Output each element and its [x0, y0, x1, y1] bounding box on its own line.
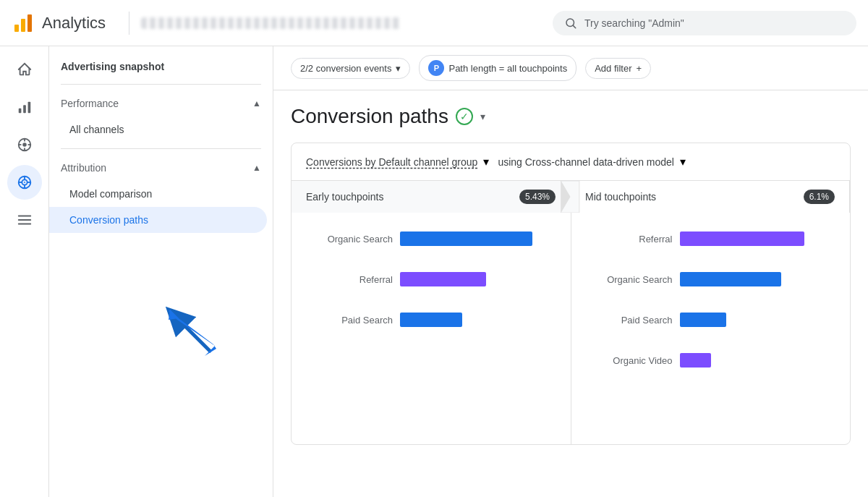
bar-row-paid-search-left: Paid Search [292, 308, 571, 331]
page-title-dropdown-icon[interactable]: ▾ [480, 111, 485, 122]
svg-rect-0 [14, 25, 19, 32]
content-area: 2/2 conversion events ▾ P Path length = … [273, 46, 868, 497]
mid-touchpoints-segment: Mid touchpoints 6.1% [571, 181, 850, 213]
sidebar-item-conversion-paths[interactable]: Conversion paths [49, 207, 267, 233]
touchpoints-bar: Early touchpoints 5.43% Mid touchpoints … [292, 181, 850, 213]
path-length-filter[interactable]: P Path length = all touchpoints [419, 55, 576, 81]
performance-section: Performance ▲ All channels [49, 90, 273, 143]
verified-icon: ✓ [456, 108, 473, 125]
header: Analytics Try searching "Admin" [0, 0, 868, 46]
bar-container-organic-video-right [680, 353, 836, 368]
chart-section: Conversions by Default channel group ▾ u… [291, 143, 851, 445]
bar-container-referral-left [400, 272, 556, 286]
reports-nav-icon[interactable] [7, 90, 42, 124]
advertising-nav-icon[interactable] [7, 165, 42, 200]
account-name-blurred [141, 17, 401, 29]
bar-label-organic-video-right: Organic Video [586, 355, 673, 366]
bar-fill-organic-search-right [680, 272, 781, 286]
attribution-section-label: Attribution [61, 162, 106, 174]
analytics-logo-icon [12, 12, 35, 35]
bar-row-organic-video-right: Organic Video [571, 349, 851, 372]
svg-point-9 [22, 143, 27, 147]
bar-row-referral-left: Referral [292, 268, 571, 291]
icon-rail [0, 46, 49, 497]
svg-rect-2 [27, 14, 32, 32]
early-touchpoints-badge: 5.43% [519, 190, 556, 204]
early-touchpoints-label: Early touchpoints [306, 191, 383, 203]
bar-container-paid-search-right [680, 313, 836, 327]
svg-rect-1 [21, 19, 25, 32]
chart-model-dropdown-icon[interactable]: ▾ [680, 155, 686, 169]
bar-fill-organic-search-left [400, 231, 532, 246]
search-placeholder-text: Try searching "Admin" [584, 17, 684, 29]
bar-label-paid-search-left: Paid Search [306, 315, 393, 326]
chart-model-label: using Cross-channel data-driven model [498, 156, 674, 168]
bar-row-paid-search-right: Paid Search [571, 308, 851, 331]
early-touchpoints-chart-panel: Organic Search Referral [292, 213, 571, 444]
add-filter-label: Add filter [595, 63, 631, 74]
account-info [141, 17, 553, 29]
bar-fill-referral-right [680, 231, 804, 246]
sidebar-item-all-channels[interactable]: All channels [49, 116, 267, 143]
early-touchpoints-segment: Early touchpoints 5.43% [292, 181, 571, 213]
bar-fill-paid-search-right [680, 313, 727, 327]
bar-label-referral-right: Referral [586, 234, 673, 245]
bar-label-referral-left: Referral [306, 274, 393, 285]
page-title: Conversion paths [291, 105, 448, 128]
bar-fill-referral-left [400, 272, 486, 286]
sidebar-snapshot-header[interactable]: Advertising snapshot [49, 52, 273, 78]
page-title-row: Conversion paths ✓ ▾ [291, 105, 851, 128]
attribution-chevron-icon: ▲ [252, 163, 261, 173]
bar-label-organic-search-right: Organic Search [586, 274, 673, 285]
sidebar-divider-1 [61, 84, 261, 85]
attribution-section: Attribution ▲ Model comparison Conversio… [49, 155, 273, 233]
chart-group-dropdown-icon[interactable]: ▾ [483, 155, 489, 169]
performance-section-toggle[interactable]: Performance ▲ [49, 90, 273, 116]
logo-area: Analytics [12, 12, 106, 35]
performance-chevron-icon: ▲ [252, 98, 261, 109]
configure-nav-icon[interactable] [7, 203, 42, 237]
path-length-p-icon: P [428, 60, 444, 76]
search-bar[interactable]: Try searching "Admin" [553, 11, 856, 35]
bar-label-organic-search-left: Organic Search [306, 234, 393, 245]
svg-rect-5 [18, 109, 21, 113]
attribution-section-toggle[interactable]: Attribution ▲ [49, 155, 273, 181]
page-content: Conversion paths ✓ ▾ Conversions by Defa… [273, 90, 868, 497]
mid-touchpoints-chart-panel: Referral Organic Search [571, 213, 851, 444]
app-title: Analytics [42, 14, 106, 33]
bar-container-organic-search-left [400, 231, 556, 246]
main-layout: Advertising snapshot Performance ▲ All c… [0, 46, 868, 497]
add-filter-button[interactable]: Add filter + [585, 58, 651, 79]
conversion-events-filter[interactable]: 2/2 conversion events ▾ [291, 58, 410, 79]
add-filter-plus-icon: + [636, 63, 642, 74]
bar-container-paid-search-left [400, 313, 556, 327]
svg-point-16 [24, 182, 25, 183]
chart-body: Organic Search Referral [292, 213, 850, 444]
path-length-label: Path length = all touchpoints [448, 63, 567, 74]
bar-label-paid-search-right: Paid Search [586, 315, 673, 326]
sidebar-item-model-comparison[interactable]: Model comparison [49, 181, 267, 207]
explore-nav-icon[interactable] [7, 127, 42, 162]
svg-line-4 [573, 25, 575, 27]
bar-fill-organic-video-right [680, 353, 711, 368]
svg-rect-6 [23, 105, 26, 113]
sidebar-divider-2 [61, 148, 261, 149]
search-icon [564, 17, 577, 30]
bar-row-organic-search-left: Organic Search [292, 227, 571, 250]
touchpoint-arrow-icon [560, 181, 580, 213]
bar-row-organic-search-right: Organic Search [571, 268, 851, 291]
bar-fill-paid-search-left [400, 313, 462, 327]
home-nav-icon[interactable] [7, 52, 42, 87]
conversion-events-dropdown-icon: ▾ [396, 63, 401, 74]
bar-container-referral-right [680, 231, 836, 246]
chart-header: Conversions by Default channel group ▾ u… [292, 143, 850, 181]
sidebar: Advertising snapshot Performance ▲ All c… [49, 46, 273, 497]
chart-header-label: Conversions by Default channel group [306, 156, 477, 168]
bar-container-organic-search-right [680, 272, 836, 286]
header-divider [129, 12, 129, 35]
svg-rect-7 [27, 102, 30, 114]
mid-touchpoints-label: Mid touchpoints [585, 191, 656, 203]
bar-row-referral-right: Referral [571, 227, 851, 250]
mid-touchpoints-badge: 6.1% [804, 190, 835, 204]
filter-bar: 2/2 conversion events ▾ P Path length = … [273, 46, 868, 90]
